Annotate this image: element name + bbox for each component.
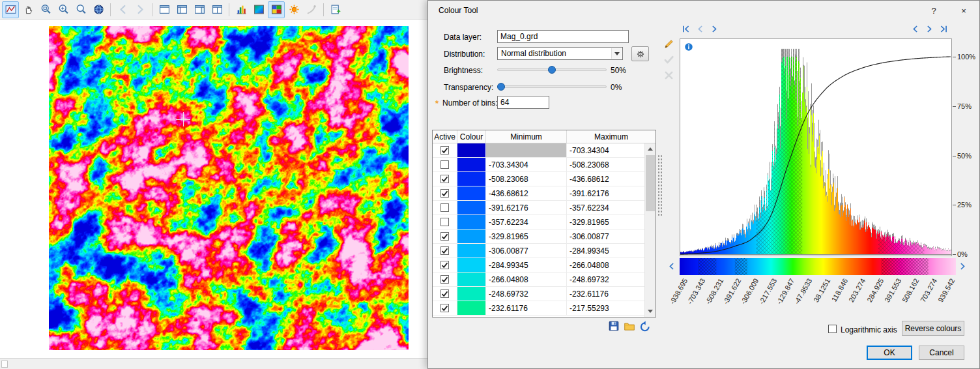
colour-swatch[interactable]	[457, 244, 486, 258]
logarithmic-axis-checkbox[interactable]	[828, 325, 837, 333]
active-checkbox[interactable]	[440, 246, 449, 255]
histogram-tool-button[interactable]	[233, 1, 250, 18]
active-checkbox[interactable]	[440, 232, 449, 241]
maximum-cell[interactable]: -391.62176	[567, 186, 644, 200]
minimum-cell[interactable]	[486, 143, 567, 157]
table-row[interactable]: -391.62176-357.62234	[433, 201, 644, 215]
save-colours-button[interactable]	[608, 320, 620, 332]
zoom-extent-tool[interactable]	[72, 1, 89, 18]
histogram-plot[interactable]	[680, 38, 952, 256]
zoom-box-tool[interactable]	[37, 1, 54, 18]
minimum-cell[interactable]: -391.62176	[486, 201, 567, 214]
info-icon[interactable]	[684, 42, 693, 53]
layout-single-button[interactable]	[156, 1, 173, 18]
colour-swatch[interactable]	[457, 229, 486, 243]
shading-tool-button[interactable]	[250, 1, 267, 18]
first-bin-button[interactable]	[681, 24, 691, 34]
distribution-settings-button[interactable]	[631, 46, 649, 61]
ok-button[interactable]: OK	[867, 346, 912, 360]
active-checkbox[interactable]	[440, 275, 449, 284]
colour-swatch[interactable]	[457, 158, 486, 171]
minimum-cell[interactable]: -329.81965	[486, 229, 567, 243]
data-layer-input[interactable]	[497, 30, 629, 43]
table-scrollbar[interactable]	[644, 143, 656, 317]
minimum-cell[interactable]: -266.04808	[486, 273, 567, 286]
maximum-cell[interactable]: -266.04808	[567, 258, 644, 272]
table-row[interactable]: -703.34304	[433, 143, 644, 158]
colour-scale-bar[interactable]	[680, 258, 956, 275]
layout-grid-button[interactable]	[209, 1, 225, 18]
forward-button[interactable]	[132, 1, 149, 18]
minimum-cell[interactable]: -703.34304	[486, 158, 567, 171]
next-bin-button[interactable]	[710, 24, 719, 34]
edit-colour-button[interactable]	[663, 38, 674, 50]
profile-tool[interactable]	[2, 1, 19, 18]
colour-swatch[interactable]	[457, 143, 486, 157]
new-map-button[interactable]	[327, 1, 344, 18]
last-bin-button[interactable]	[939, 24, 949, 34]
active-checkbox[interactable]	[440, 160, 449, 169]
shift-colours-left-button[interactable]	[667, 261, 676, 271]
colour-swatch[interactable]	[457, 186, 486, 200]
minimum-cell[interactable]: -436.68612	[486, 186, 567, 200]
shift-colours-right-button[interactable]	[958, 261, 968, 271]
table-row[interactable]: -248.69732-232.61176	[433, 287, 644, 301]
splitter-handle[interactable]	[657, 155, 663, 217]
table-row[interactable]: -306.00877-284.99345	[433, 244, 644, 258]
minimum-cell[interactable]: -306.00877	[486, 244, 567, 258]
active-checkbox[interactable]	[440, 189, 449, 198]
table-row[interactable]: -436.68612-391.62176	[433, 186, 644, 201]
layout-right-button[interactable]	[191, 1, 208, 18]
maximum-cell[interactable]: -357.62234	[567, 201, 644, 214]
table-row[interactable]: -357.62234-329.81965	[433, 215, 644, 229]
distribution-select[interactable]: Normal distribution	[497, 47, 623, 60]
next-range-button[interactable]	[925, 24, 934, 34]
maximum-cell[interactable]: -217.55293	[567, 301, 644, 315]
reverse-colours-button[interactable]: Reverse colours	[902, 321, 964, 336]
table-row[interactable]: -703.34304-508.23068	[433, 158, 644, 172]
colour-swatch[interactable]	[457, 215, 486, 229]
scroll-up-button[interactable]	[645, 143, 656, 155]
table-row[interactable]: -232.61176-217.55293	[433, 301, 644, 316]
table-row[interactable]: -266.04808-248.69732	[433, 273, 644, 287]
pan-tool[interactable]	[20, 1, 36, 18]
colour-swatch[interactable]	[457, 258, 486, 272]
colour-swatch[interactable]	[457, 172, 486, 186]
table-row[interactable]: -329.81965-306.00877	[433, 229, 644, 244]
zoom-in-tool[interactable]	[55, 1, 72, 18]
colour-swatch[interactable]	[457, 301, 486, 315]
colour-swatch[interactable]	[457, 201, 486, 214]
colour-tool-button[interactable]	[268, 1, 285, 18]
bins-input[interactable]	[497, 96, 549, 109]
reset-colours-button[interactable]	[639, 320, 651, 332]
active-checkbox[interactable]	[440, 261, 449, 269]
cancel-button[interactable]: Cancel	[919, 346, 964, 360]
close-button[interactable]: ×	[955, 3, 973, 18]
load-colours-button[interactable]	[624, 320, 635, 332]
minimum-cell[interactable]: -248.69732	[486, 287, 567, 301]
prev-bin-button[interactable]	[695, 24, 705, 34]
active-checkbox[interactable]	[440, 289, 449, 298]
active-checkbox[interactable]	[440, 146, 449, 155]
header-minimum[interactable]: Minimum	[486, 130, 567, 143]
scroll-down-button[interactable]	[645, 306, 656, 317]
discard-button[interactable]	[663, 70, 674, 81]
apply-button[interactable]	[663, 54, 674, 65]
magnetic-grid-map[interactable]	[49, 26, 409, 350]
table-row[interactable]: -508.23068-436.68612	[433, 172, 644, 186]
maximum-cell[interactable]: -232.61176	[567, 287, 644, 301]
maximum-cell[interactable]: -703.34304	[567, 143, 644, 157]
scrollbar-thumb[interactable]	[646, 155, 655, 211]
prev-range-button[interactable]	[910, 24, 920, 34]
layout-left-button[interactable]	[173, 1, 190, 18]
brightness-slider-thumb[interactable]	[548, 66, 556, 74]
statusbar-grip[interactable]	[1, 361, 8, 368]
combo-arrow-box[interactable]	[611, 48, 622, 59]
histogram-canvas[interactable]	[680, 39, 951, 256]
transparency-slider-thumb[interactable]	[497, 83, 505, 91]
maximum-cell[interactable]: -436.68612	[567, 172, 644, 186]
minimum-cell[interactable]: -232.61176	[486, 301, 567, 315]
colour-swatch[interactable]	[457, 287, 486, 301]
active-checkbox[interactable]	[440, 218, 449, 226]
active-checkbox[interactable]	[440, 304, 449, 312]
